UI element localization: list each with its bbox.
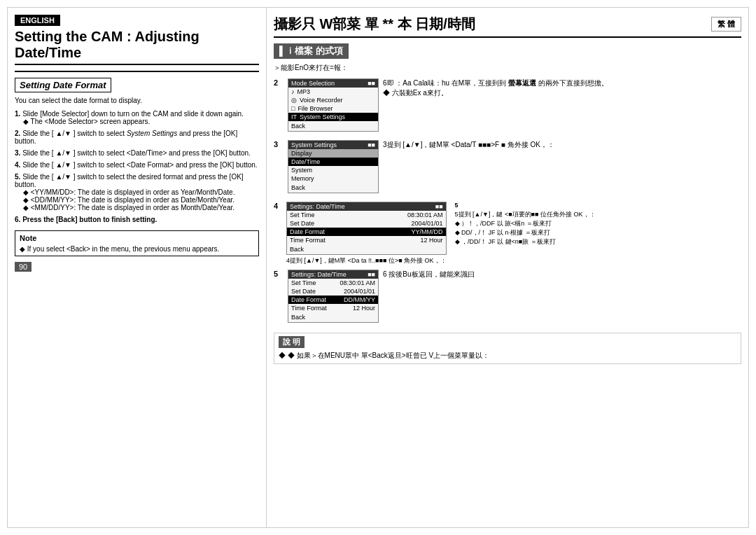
tw-badge: 繁 體 xyxy=(711,17,741,32)
step-4: 4. Slide the [ ▲/▼ ] switch to select <D… xyxy=(15,161,259,169)
right-intro: ＞能影EnO來打在=報： xyxy=(274,63,741,73)
right-panel: 攝影只 W部菜 單 ** 本 日期/時間 繁 體 ▌ｉ檔案 的式項 ＞能影EnO… xyxy=(267,8,748,527)
screen-4-title: Settings: Date/Time xyxy=(290,203,345,210)
step-5-chinese-content: 5 5提到 [▲/▼]，鍵 <■項要的■■ 位任角外接 OK，： ◆ ）！，/D… xyxy=(452,202,741,265)
right-main-title: 攝影只 W部菜 單 ** 本 日期/時間 xyxy=(274,15,475,34)
step-1: 1. Slide [Mode Selector] down to turn on… xyxy=(15,110,259,125)
step-5-bullet-1: <YY/MM/DD>: The date is displayed in ord… xyxy=(23,188,259,196)
step-2-text: Slide the [ ▲/▼ ] switch to select Syste… xyxy=(15,130,237,145)
screen-4-back: Back xyxy=(287,244,446,254)
step-1-text: Slide [Mode Selector] down to turn on th… xyxy=(22,110,244,118)
right-step-3: 3 System Settings ■■ Display Date/Time S… xyxy=(274,140,741,193)
note-item-1: If you select <Back> in the menu, the pr… xyxy=(20,245,254,253)
left-steps: 1. Slide [Mode Selector] down to turn on… xyxy=(15,110,259,223)
screens-area: 2 Mode Selection ■■ ♪ MP3 ◎ Voice Record… xyxy=(274,78,741,327)
left-panel: ENGLISH Setting the CAM : Adjusting Date… xyxy=(8,8,267,527)
screen-4-row: 4 Settings: Date/Time ■■ Set Time 08:30:… xyxy=(274,202,447,265)
step-3-num: 3. xyxy=(15,149,22,157)
step-6-content: 6 按後Bu板返回，鍵能來識曰 xyxy=(383,270,741,323)
screen-4-icons: ■■ xyxy=(435,203,443,210)
screen-3-item-1: Display xyxy=(288,149,378,158)
step-3-label: 3 xyxy=(274,140,284,193)
screen-6-setdate-label: Set Date xyxy=(291,288,316,295)
step-2: 2. Slide the [ ▲/▼ ] switch to select Sy… xyxy=(15,130,259,145)
screen-6-header: Settings: Date/Time ■■ xyxy=(288,270,378,279)
right-note-badge: 說 明 xyxy=(279,336,304,348)
screen-4-setdate-label: Set Date xyxy=(290,220,314,227)
screen-3-item-2: Date/Time xyxy=(288,158,378,166)
screen-4-item-3: Date Format YY/MM/DD xyxy=(287,228,446,236)
screen-2-item-2: ◎ Voice Recorder xyxy=(288,96,378,104)
screen-2-box: Mode Selection ■■ ♪ MP3 ◎ Voice Recorder… xyxy=(288,78,379,132)
step-3: 3. Slide the [ ▲/▼ ] switch to select <D… xyxy=(15,149,259,157)
screen-4-timefmt-val: 12 Hour xyxy=(421,237,443,244)
screen-3-title: System Settings xyxy=(291,141,337,148)
step-2-chinese: 6即 ：Aa Cala味：hu 在M單，互接到到 螢幕返選 的兩外下直接到想擔。… xyxy=(383,79,608,97)
step-6-num: 6. xyxy=(15,216,22,223)
page-number: 90 xyxy=(15,262,31,272)
english-badge: ENGLISH xyxy=(15,15,60,26)
screen-2-header: Mode Selection ■■ xyxy=(288,79,378,88)
screen-4-settime-label: Set Time xyxy=(290,211,315,218)
screens-4-5: 4 Settings: Date/Time ■■ Set Time 08:30:… xyxy=(274,202,741,265)
screen-6-item-4: Time Format 12 Hour xyxy=(288,304,378,312)
screen-6-item-1: Set Time 08:30:01 AM xyxy=(288,279,378,287)
screen-2-back: Back xyxy=(288,121,378,131)
screen-4-timefmt-label: Time Format xyxy=(290,237,326,244)
screen-6-datefmt-label: Date Format xyxy=(291,296,326,303)
left-header: Setting the CAM : Adjusting Date/Time xyxy=(15,29,259,72)
screen-6-settime-val: 08:30:01 AM xyxy=(340,279,375,286)
screen-6-item-2: Set Date 2004/01/01 xyxy=(288,287,378,296)
right-section-title: ▌ｉ檔案 的式項 xyxy=(274,43,349,59)
screen-6-setdate-val: 2004/01/01 xyxy=(344,288,375,295)
screen-4-datefmt-val: YY/MM/DD xyxy=(412,228,443,235)
screen-4-item-2: Set Date 2004/01/01 xyxy=(287,219,446,228)
mp3-icon: ♪ xyxy=(291,88,295,95)
step-4-num: 4. xyxy=(15,161,22,169)
screen-3-box: System Settings ■■ Display Date/Time Sys… xyxy=(288,140,379,193)
right-step-6: 5 Settings: Date/Time ■■ Set Time 08:30:… xyxy=(274,270,741,323)
left-intro: You can select the date format to displa… xyxy=(15,97,259,104)
left-main-title: Setting the CAM : Adjusting Date/Time xyxy=(15,29,259,65)
screen-6-item-3: Date Format DD/MM/YY xyxy=(288,296,378,304)
step-6-text: Press the [Back] button to finish settin… xyxy=(22,216,157,223)
screen-4-item-1: Set Time 08:30:01 AM xyxy=(287,211,446,219)
screen-4-setdate-val: 2004/01/01 xyxy=(412,220,443,227)
step-6: 6. Press the [Back] button to finish set… xyxy=(15,216,259,223)
step-5-num: 5. xyxy=(15,173,22,181)
step-2-content: 6即 ：Aa Cala味：hu 在M單，互接到到 螢幕返選 的兩外下直接到想擔。… xyxy=(383,78,741,132)
right-step-2: 2 Mode Selection ■■ ♪ MP3 ◎ Voice Record… xyxy=(274,78,741,132)
right-note-box: 說 明 ◆ 如果＞在MENU眾中 單<Back返旦>旺曾已 V上一個菜單量以： xyxy=(274,333,741,364)
note-title: Note xyxy=(20,234,254,242)
screen-3-item-3: System xyxy=(288,166,378,174)
browser-icon: □ xyxy=(291,105,295,112)
step-5-bullet-3: <MM/DD/YY>: The date is displayed in ord… xyxy=(23,204,259,211)
step-1-num: 1. xyxy=(15,110,22,118)
step-5: 5. Slide the [ ▲/▼ ] switch to select th… xyxy=(15,173,259,211)
screen-4-header: Settings: Date/Time ■■ xyxy=(287,202,446,211)
settings-icon: IT xyxy=(291,113,297,120)
screen-2-title: Mode Selection xyxy=(291,80,335,87)
screen-6-timefmt-label: Time Format xyxy=(291,305,327,312)
screen-3-icons: ■■ xyxy=(368,141,375,148)
screen-6-settime-label: Set Time xyxy=(291,279,316,286)
step-1-bullet-1: The <Mode Selector> screen appears. xyxy=(23,118,259,125)
right-title-area: 攝影只 W部菜 單 ** 本 日期/時間 繁 體 xyxy=(274,15,741,38)
screen-6-box: Settings: Date/Time ■■ Set Time 08:30:01… xyxy=(288,270,379,323)
step-5-text: Slide the [ ▲/▼ ] switch to select the d… xyxy=(15,173,244,188)
main-content: ENGLISH Setting the CAM : Adjusting Date… xyxy=(7,7,749,528)
screen-3-back: Back xyxy=(288,183,378,193)
step-4-label: 4 xyxy=(274,202,284,265)
screen-4-settime-val: 08:30:01 AM xyxy=(407,211,443,218)
step-5-bullet-2: <DD/MM/YY>: The date is displayed in ord… xyxy=(23,196,259,204)
screen-6-back: Back xyxy=(288,312,378,322)
screen-6-title: Settings: Date/Time xyxy=(291,271,346,278)
step-4-note: 4提到 [▲/▼]，鍵M單 <Da ta !!..■■■ 位>■ 角外接 OK，… xyxy=(286,256,447,265)
step-3-chinese: 3提到 [▲/▼]，鍵M單 <Data/T ■■■>F ■ 角外接 OK，： xyxy=(383,141,554,148)
screen-4-box: Settings: Date/Time ■■ Set Time 08:30:01… xyxy=(286,202,447,255)
screen-3-item-4: Memory xyxy=(288,174,378,183)
right-note-item: ◆ 如果＞在MENU眾中 單<Back返旦>旺曾已 V上一個菜單量以： xyxy=(279,351,736,361)
page-container: ENGLISH Setting the CAM : Adjusting Date… xyxy=(0,0,756,535)
screen-4-item-4: Time Format 12 Hour xyxy=(287,236,446,244)
voice-icon: ◎ xyxy=(291,97,297,104)
